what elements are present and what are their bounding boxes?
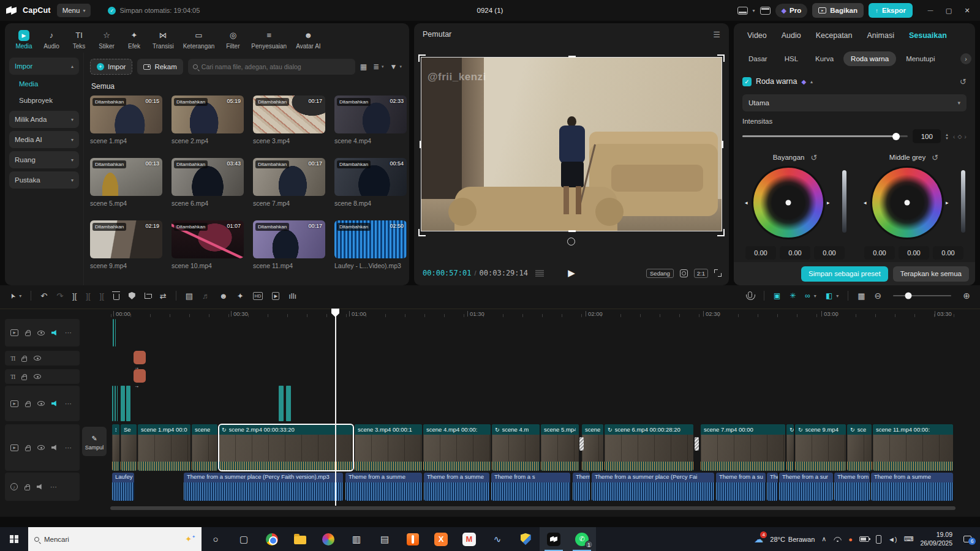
layout-dropdown-icon[interactable]: ▾ bbox=[753, 8, 755, 13]
overlay-clip[interactable] bbox=[117, 386, 118, 421]
tray-chevron[interactable]: ∧ bbox=[821, 535, 826, 543]
color-wheel-checkbox[interactable] bbox=[742, 77, 752, 86]
scene 3.mp4[interactable]: Ditambahkan 00:17 scene 3.mp4 bbox=[253, 96, 325, 144]
tray-firefox[interactable]: ● bbox=[848, 536, 853, 543]
transition-marker[interactable] bbox=[695, 437, 699, 451]
audio-clip[interactable]: The bbox=[767, 473, 778, 501]
scene 4.mp4[interactable]: Ditambahkan 02:33 scene 4.mp4 bbox=[334, 96, 407, 144]
reset-icon[interactable] bbox=[960, 76, 967, 87]
taskbar-whatsapp[interactable]: 1 bbox=[568, 527, 596, 551]
tab-animasi[interactable]: Animasi bbox=[867, 31, 894, 40]
wheel-right-arrow-icon[interactable] bbox=[827, 200, 830, 206]
subtab-kurva[interactable]: Kurva bbox=[808, 51, 841, 66]
sidebar-item-milik-anda[interactable]: Milik Anda bbox=[9, 111, 79, 128]
scene 10.mp4[interactable]: Ditambahkan 01:07 scene 10.mp4 bbox=[172, 220, 244, 269]
taskbar-copilot[interactable]: ○ bbox=[202, 527, 230, 551]
minimize-button[interactable] bbox=[922, 4, 938, 17]
intensity-slider[interactable] bbox=[742, 135, 908, 137]
audio-clip[interactable]: Theme from a summe bbox=[424, 473, 489, 501]
tab-keterangan[interactable]: ▭ Keterangan bbox=[183, 30, 215, 50]
scene 5.mp4[interactable]: Ditambahkan 00:13 scene 5.mp4 bbox=[90, 158, 162, 207]
media-thumbnail[interactable]: Ditambahkan 02:33 bbox=[334, 96, 407, 133]
tab-avatar-ai[interactable]: ☻ Avatar AI bbox=[296, 30, 320, 50]
media-search-input[interactable] bbox=[202, 63, 350, 70]
grid-view-icon[interactable]: ▦ bbox=[360, 62, 367, 71]
media-thumbnail[interactable]: Ditambahkan 02:19 bbox=[90, 220, 162, 258]
taskbar-defender[interactable] bbox=[511, 527, 540, 551]
taskbar-chrome[interactable] bbox=[258, 527, 286, 551]
menu-button[interactable]: Menu bbox=[57, 4, 91, 17]
tray-keyboard[interactable]: ⌨ bbox=[904, 535, 914, 543]
audio-clip[interactable]: Theme from a summer place (Percy Fai bbox=[592, 473, 714, 501]
subtab-hsl[interactable]: HSL bbox=[777, 51, 805, 66]
crop-handle[interactable] bbox=[717, 54, 725, 62]
wheel-left-arrow-icon[interactable] bbox=[745, 200, 748, 206]
start-button[interactable] bbox=[0, 527, 28, 551]
video-clip[interactable]: scene 1.mp4 00:0 bbox=[138, 424, 190, 471]
taskbar-store[interactable]: ▥ bbox=[342, 527, 371, 551]
video-clip[interactable]: ↻ scene 4.m bbox=[492, 424, 540, 471]
scene 2.mp4[interactable]: Ditambahkan 05:19 scene 2.mp4 bbox=[172, 96, 244, 144]
wheel-left-arrow-icon[interactable] bbox=[864, 200, 867, 206]
red-value[interactable]: 0.00 bbox=[745, 246, 776, 260]
crop-handle[interactable] bbox=[418, 54, 426, 62]
overlay-clip[interactable] bbox=[121, 386, 125, 421]
video-clip[interactable]: scene 5.mp4 bbox=[541, 424, 579, 471]
red-value[interactable]: 0.00 bbox=[864, 246, 895, 260]
slider-knob[interactable] bbox=[892, 133, 900, 140]
video-clip[interactable]: scene 11.mp4 00:00: bbox=[873, 424, 953, 471]
media-search[interactable] bbox=[188, 59, 355, 75]
color-wheel[interactable] bbox=[872, 168, 942, 238]
video-clip[interactable]: scene 3.mp4 00:00:1 bbox=[355, 424, 422, 471]
video-clip[interactable]: scene bbox=[192, 424, 217, 471]
media-thumbnail[interactable]: Ditambahkan 00:15 bbox=[90, 96, 162, 133]
wheel-reset-icon[interactable] bbox=[932, 152, 938, 163]
taskbar-capcut[interactable] bbox=[540, 527, 568, 551]
taskbar-task-view[interactable]: ▢ bbox=[230, 527, 258, 551]
tab-teks[interactable]: TI Teks bbox=[70, 30, 88, 50]
text-clip[interactable] bbox=[134, 369, 146, 383]
maximize-button[interactable] bbox=[941, 4, 957, 17]
apply-to-all-button[interactable]: Terapkan ke semua bbox=[893, 266, 969, 282]
transition-marker[interactable] bbox=[579, 437, 584, 451]
timeline-scrollbar[interactable] bbox=[110, 506, 956, 510]
audio-clip[interactable]: Theme from a summe bbox=[345, 473, 422, 501]
taskbar-xampp[interactable]: X bbox=[427, 527, 455, 551]
subtab-dasar[interactable]: Dasar bbox=[741, 51, 775, 66]
media-thumbnail[interactable]: Ditambahkan 01:07 bbox=[172, 220, 244, 258]
frames-icon[interactable] bbox=[535, 270, 544, 277]
wheel-luminance-slider[interactable] bbox=[961, 170, 965, 233]
video-clip[interactable]: ↻ bbox=[786, 424, 794, 471]
stepper[interactable]: ▴▾ bbox=[946, 133, 948, 140]
video-clip[interactable]: Se bbox=[121, 424, 137, 471]
media-thumbnail[interactable]: Ditambahkan 00:17 bbox=[253, 96, 325, 133]
blue-value[interactable]: 0.00 bbox=[933, 246, 963, 260]
overlay-clip[interactable] bbox=[115, 319, 116, 347]
aspect-ratio-selector[interactable]: 2:1 bbox=[694, 269, 708, 278]
video-clip[interactable]: scene 4.mp4 00:00: bbox=[423, 424, 491, 471]
filter-icon[interactable]: ▼ bbox=[390, 62, 398, 71]
taskbar-clock[interactable]: 19.09 26/09/2025 bbox=[920, 531, 952, 547]
record-button[interactable]: Rekam bbox=[137, 59, 183, 75]
audio-clip[interactable]: Laufey bbox=[112, 473, 134, 501]
scene 8.mp4[interactable]: Ditambahkan 00:54 scene 8.mp4 bbox=[334, 158, 407, 207]
share-button[interactable]: Bagikan bbox=[812, 3, 864, 18]
media-thumbnail[interactable]: Ditambahkan 00:54 bbox=[334, 158, 407, 196]
scene 9.mp4[interactable]: Ditambahkan 02:19 scene 9.mp4 bbox=[90, 220, 162, 269]
import-button[interactable]: Impor bbox=[90, 59, 132, 75]
audio-clip[interactable]: Theme from a summer place (Percy Faith v… bbox=[184, 473, 343, 501]
text-clip[interactable] bbox=[134, 351, 146, 364]
taskbar-scanner[interactable]: ▤ bbox=[371, 527, 399, 551]
media-thumbnail[interactable]: Ditambahkan 05:19 bbox=[172, 96, 244, 133]
tray-volume[interactable]: ◄) bbox=[888, 536, 897, 543]
weather-icon[interactable]: 4 bbox=[754, 534, 763, 545]
overlay-clip[interactable] bbox=[112, 386, 113, 421]
tab-efek[interactable]: ✦ Efek bbox=[125, 30, 143, 50]
wheel-target-dropdown[interactable]: Utama bbox=[742, 94, 967, 111]
preview-zoom-icon[interactable] bbox=[680, 269, 688, 277]
play-button[interactable] bbox=[568, 268, 575, 279]
audio-clip[interactable]: Theme from a summe bbox=[871, 473, 953, 501]
crop-handle[interactable] bbox=[418, 229, 426, 236]
blue-value[interactable]: 0.00 bbox=[814, 246, 845, 260]
tab-audio[interactable]: ♪ Audio bbox=[42, 30, 61, 50]
